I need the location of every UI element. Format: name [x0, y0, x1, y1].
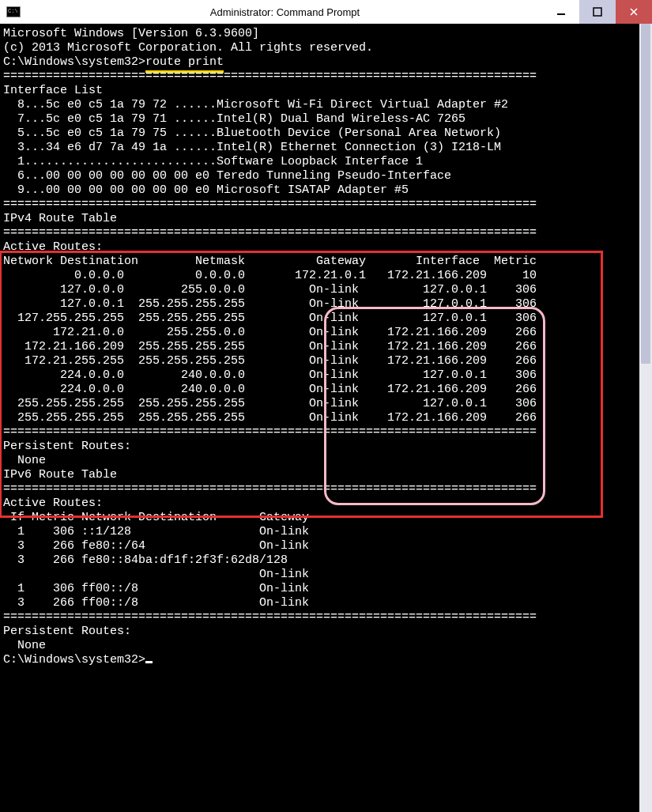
- window-buttons: [543, 0, 652, 24]
- terminal[interactable]: Microsoft Windows [Version 6.3.9600] (c)…: [0, 24, 639, 812]
- svg-rect-1: [594, 8, 601, 16]
- close-button[interactable]: [616, 0, 652, 24]
- scrollbar[interactable]: [639, 24, 652, 812]
- minimize-icon: [556, 7, 566, 17]
- maximize-icon: [593, 7, 602, 17]
- close-icon: [629, 7, 639, 17]
- titlebar[interactable]: Administrator: Command Prompt: [0, 0, 652, 25]
- maximize-button[interactable]: [579, 0, 616, 24]
- cmd-icon: [6, 6, 21, 17]
- client-area: Microsoft Windows [Version 6.3.9600] (c)…: [0, 24, 652, 812]
- minimize-button[interactable]: [543, 0, 579, 24]
- svg-rect-0: [557, 13, 565, 15]
- scrollbar-thumb[interactable]: [641, 24, 650, 364]
- gateway-interface-highlight: [324, 307, 545, 505]
- window-title: Administrator: Command Prompt: [27, 6, 543, 18]
- cmd-window: Administrator: Command Prompt Microsoft …: [0, 0, 652, 812]
